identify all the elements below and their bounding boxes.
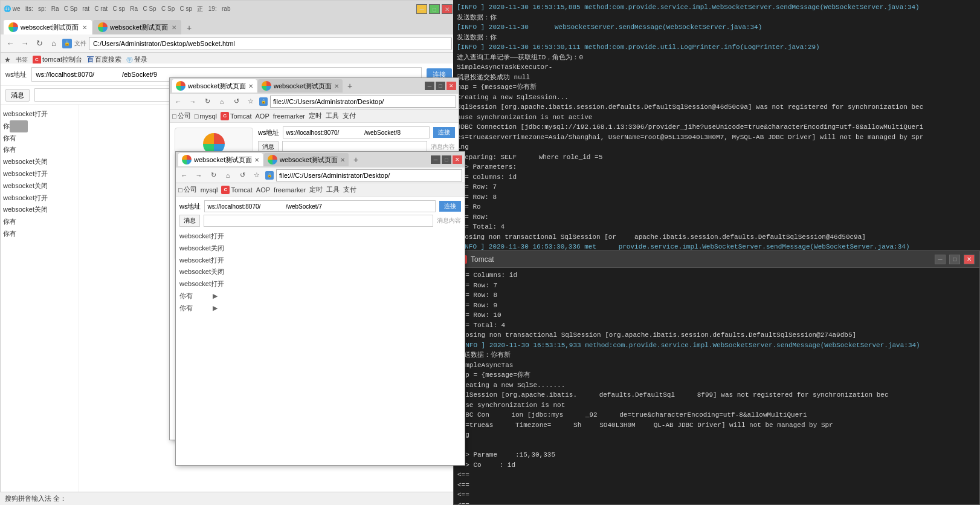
- tomcat-close-btn[interactable]: ✕: [964, 255, 975, 264]
- mid-star-btn[interactable]: ☆: [245, 96, 257, 108]
- front-tab-label-2: websocket测试页面: [280, 155, 338, 165]
- mid-tab-close-2[interactable]: ✕: [334, 83, 339, 90]
- ime-text: 搜狗拼音输入法 全：: [5, 494, 66, 503]
- tc-line-15: JDBC Con ion [jdbc:mys _92 de=true&chara…: [457, 410, 976, 420]
- tab-close-btn[interactable]: ✕: [82, 24, 87, 31]
- log-line-17: ==> Parameters:: [457, 162, 976, 172]
- tab-label-2: websocket测试页面: [110, 23, 168, 32]
- front-forward-btn[interactable]: →: [193, 169, 205, 181]
- log-item: websocket打开: [3, 192, 76, 204]
- mid-ws-connect-btn[interactable]: 连接: [433, 127, 455, 138]
- front-bookmark-mysql[interactable]: mysql: [201, 186, 218, 194]
- mid-bookmark-aop[interactable]: AOP: [256, 112, 269, 120]
- tab-inactive[interactable]: websocket测试页面 ✕: [93, 20, 181, 34]
- bookmark-tomcat[interactable]: C tomcat控制台: [33, 55, 82, 64]
- tc-line-8: [INFO ] 2020-11-30 16:53:15,933 method:c…: [457, 340, 976, 351]
- mid-ws-input[interactable]: [283, 126, 430, 138]
- mid-bm-tomcat-label: Tomcat: [230, 112, 251, 120]
- mid-bookmark-mysql[interactable]: □ mysql: [195, 112, 217, 120]
- front-window-controls[interactable]: ─ □ ✕: [431, 155, 462, 164]
- front-back-btn[interactable]: ←: [178, 169, 190, 181]
- bookmark-baidu[interactable]: 百 百度搜索: [87, 55, 121, 64]
- browser-window-front: websocket测试页面 ✕ websocket测试页面 ✕ + ─ □ ✕ …: [175, 151, 465, 466]
- front-tab-close[interactable]: ✕: [254, 157, 259, 163]
- front-ws-toolbar: ws地址 连接: [179, 200, 461, 212]
- tomcat-favicon: C: [33, 56, 41, 64]
- front-tab-active[interactable]: websocket测试页面 ✕: [178, 153, 263, 166]
- front-tab-inactive[interactable]: websocket测试页面 ✕: [264, 153, 349, 166]
- front-ws-connect-btn[interactable]: 连接: [439, 201, 461, 212]
- mid-tab-close[interactable]: ✕: [248, 83, 253, 90]
- mid-maximize-btn[interactable]: □: [436, 82, 445, 90]
- tc-line-7: Closing non transactional SqlSession [or…: [457, 330, 976, 340]
- front-star-btn[interactable]: ☆: [251, 169, 263, 181]
- mid-bookmark-tools[interactable]: 工具: [326, 111, 339, 120]
- address-bar[interactable]: [89, 37, 452, 50]
- mid-minimize-btn[interactable]: ─: [425, 82, 434, 90]
- front-bookmark-pay[interactable]: 支付: [343, 185, 356, 194]
- front-minimize-btn[interactable]: ─: [431, 155, 440, 164]
- log-line-1: [INFO ] 2020-11-30 16:53:15,885 method:c…: [457, 2, 976, 13]
- front-tab-close-2[interactable]: ✕: [340, 157, 345, 163]
- front-bookmark-company[interactable]: □ 公司: [178, 185, 197, 194]
- minimize-btn[interactable]: ─: [416, 4, 427, 14]
- mid-bookmark-freemarker[interactable]: freemarker: [273, 112, 305, 120]
- tc-line-10: SimpleAsyncTas: [457, 360, 976, 371]
- front-close-btn[interactable]: ✕: [453, 155, 462, 164]
- close-btn[interactable]: ✕: [442, 4, 453, 14]
- front-bm-aop-label: AOP: [256, 186, 270, 194]
- mid-refresh-btn[interactable]: ↺: [230, 96, 242, 108]
- mid-home-btn[interactable]: ⌂: [216, 96, 228, 108]
- mid-address-bar[interactable]: [270, 96, 456, 108]
- tc-line-2: <== Row: 7: [457, 281, 976, 291]
- front-address-bar[interactable]: [276, 169, 462, 181]
- front-maximize-btn[interactable]: □: [442, 155, 451, 164]
- mid-bookmark-company[interactable]: □ 公司: [172, 111, 191, 120]
- tc-line-20: ==> Co : id: [457, 460, 976, 471]
- window-controls[interactable]: ─ □ ✕: [416, 4, 453, 14]
- reload-btn[interactable]: ↻: [33, 37, 45, 50]
- mid-bookmark-tomcat[interactable]: C Tomcat: [221, 112, 251, 120]
- mid-bookmark-pay[interactable]: 支付: [343, 111, 356, 120]
- mid-forward-btn[interactable]: →: [187, 96, 199, 108]
- mid-new-tab-btn[interactable]: +: [344, 80, 356, 92]
- home-btn[interactable]: ⌂: [48, 37, 60, 50]
- tab-label: websocket测试页面: [21, 23, 79, 32]
- back-btn[interactable]: ←: [4, 37, 16, 50]
- log-line-23: <== Total: 4: [457, 222, 976, 232]
- mid-bookmark-timer[interactable]: 定时: [309, 111, 322, 120]
- mid-back-btn[interactable]: ←: [172, 96, 184, 108]
- front-reload-btn[interactable]: ↻: [207, 169, 219, 181]
- mid-tab-inactive[interactable]: websocket测试页面 ✕: [258, 79, 343, 93]
- mid-tab-active[interactable]: websocket测试页面 ✕: [172, 79, 257, 93]
- maximize-btn[interactable]: □: [429, 4, 440, 14]
- tomcat-maximize-btn[interactable]: □: [949, 255, 960, 264]
- mid-reload-btn[interactable]: ↻: [201, 96, 213, 108]
- tab-active[interactable]: websocket测试页面 ✕: [4, 20, 92, 34]
- front-bookmark-freemarker[interactable]: freemarker: [274, 186, 306, 194]
- mid-bm-mysql-label: mysql: [199, 112, 217, 120]
- front-refresh-btn[interactable]: ↺: [236, 169, 248, 181]
- new-tab-btn[interactable]: +: [182, 21, 196, 34]
- front-bookmarks-bar: □ 公司 mysql C Tomcat AOP freemarker 定时 工具…: [176, 183, 465, 197]
- front-ws-msg-btn[interactable]: 消息: [179, 215, 200, 227]
- front-bookmark-tools[interactable]: 工具: [326, 185, 340, 194]
- ws-msg-btn[interactable]: 消息: [5, 89, 30, 102]
- front-msg-content-label: 消息内容: [437, 217, 461, 225]
- front-new-tab-btn[interactable]: +: [350, 154, 362, 166]
- tomcat-minimize-btn[interactable]: ─: [935, 255, 946, 264]
- bookmark-login[interactable]: ㊫ 登录: [126, 55, 147, 64]
- mid-window-controls[interactable]: ─ □ ✕: [425, 82, 456, 90]
- log-line-25: [INFO ] 2020-11-30 16:53:30,336 met prov…: [457, 242, 976, 250]
- tab-close-btn-2[interactable]: ✕: [172, 24, 176, 31]
- front-bookmark-tomcat[interactable]: C Tomcat: [221, 186, 252, 194]
- forward-btn[interactable]: →: [19, 37, 31, 50]
- mid-ws-label: ws地址: [258, 128, 279, 137]
- front-home-btn[interactable]: ⌂: [222, 169, 234, 181]
- front-bookmark-aop[interactable]: AOP: [256, 186, 270, 194]
- front-ws-input[interactable]: [204, 200, 436, 212]
- front-ws-msg-input[interactable]: [204, 215, 433, 227]
- log-line-11: SqlSession [org.apache.ibatis.session.de…: [457, 102, 976, 112]
- mid-close-btn[interactable]: ✕: [446, 82, 456, 90]
- front-bookmark-timer[interactable]: 定时: [309, 185, 323, 194]
